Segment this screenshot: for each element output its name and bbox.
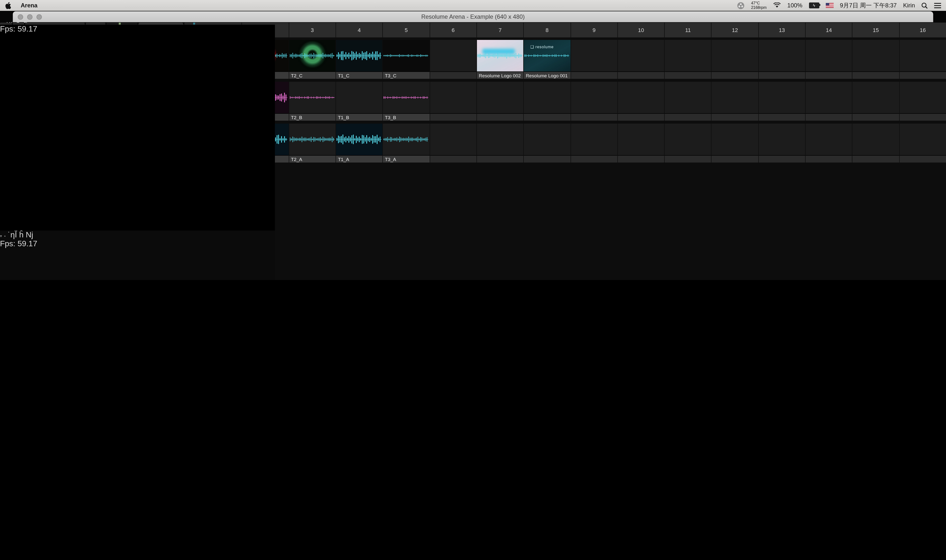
column-header-16[interactable]: 16: [900, 23, 946, 37]
waveform-icon: [383, 90, 430, 105]
wifi-icon[interactable]: [773, 3, 781, 8]
clip-cell[interactable]: [430, 124, 476, 163]
clip-thumbnail-T3_A[interactable]: [383, 124, 430, 155]
clip-cell[interactable]: T2_C: [289, 40, 336, 79]
clip-cell[interactable]: T1_B: [336, 82, 382, 121]
clip-label[interactable]: Resolume Logo 001: [524, 72, 570, 79]
clip-cell[interactable]: [618, 82, 664, 121]
column-header-9[interactable]: 9: [571, 23, 617, 37]
clip-cell[interactable]: ❑ resolumeResolume Logo 001: [524, 40, 570, 79]
clip-cell[interactable]: [900, 82, 946, 121]
clip-cell[interactable]: [524, 124, 570, 163]
column-header-4[interactable]: 4: [336, 23, 382, 37]
clip-label[interactable]: T1_C: [336, 72, 382, 79]
group-tab-audio-visual[interactable]: Audio Visual: [195, 166, 946, 174]
menu-datetime[interactable]: 9月7日 周一 下午8:37: [840, 1, 897, 9]
clip-cell[interactable]: [712, 124, 758, 163]
group-tab-empty[interactable]: empty: [195, 201, 946, 210]
column-header-12[interactable]: 12: [712, 23, 758, 37]
clip-thumbnail-Resolume Logo 002[interactable]: [477, 40, 524, 71]
waveform-icon: [289, 132, 336, 147]
clip-cell[interactable]: [477, 124, 524, 163]
clip-label[interactable]: Resolume Logo 002: [477, 72, 524, 79]
clip-label[interactable]: T3_A: [383, 155, 430, 163]
clip-label[interactable]: T1_B: [336, 114, 382, 121]
column-header-6[interactable]: 6: [430, 23, 476, 37]
clip-label[interactable]: T3_C: [383, 72, 430, 79]
column-header-15[interactable]: 15: [853, 23, 899, 37]
clip-thumbnail-T1_B[interactable]: [336, 82, 382, 113]
clip-thumbnail-T1_A[interactable]: [336, 124, 382, 155]
column-header-5[interactable]: 5: [383, 23, 430, 37]
group-tab-quartz-composer[interactable]: Quartz Composer: [195, 192, 946, 201]
column-header-13[interactable]: 13: [759, 23, 805, 37]
battery-percent: 100%: [787, 2, 803, 9]
menu-username[interactable]: Kirin: [903, 2, 915, 9]
clip-cell[interactable]: [853, 40, 899, 79]
clip-cell[interactable]: [806, 82, 852, 121]
clip-cell[interactable]: [853, 124, 899, 163]
clip-cell[interactable]: [806, 40, 852, 79]
clip-thumbnail-T2_A[interactable]: [289, 124, 336, 155]
clip-cell[interactable]: [618, 124, 664, 163]
clip-cell[interactable]: [759, 124, 805, 163]
column-header-3[interactable]: 3: [289, 23, 336, 37]
clip-cell[interactable]: [430, 82, 476, 121]
clip-cell[interactable]: [618, 40, 664, 79]
group-tab-footage-shop[interactable]: Footage Shop: [195, 174, 946, 183]
clip-thumbnail-T3_B[interactable]: [383, 82, 430, 113]
clip-cell[interactable]: [759, 40, 805, 79]
fan-icon[interactable]: [737, 2, 745, 9]
clip-cell[interactable]: [477, 82, 524, 121]
menu-items: Arena: [5, 2, 112, 9]
clip-cell[interactable]: [430, 40, 476, 79]
clip-label[interactable]: T1_A: [336, 155, 382, 163]
clip-cell[interactable]: [759, 82, 805, 121]
clip-cell[interactable]: [571, 82, 617, 121]
column-header-8[interactable]: 8: [524, 23, 570, 37]
clip-cell[interactable]: T3_C: [383, 40, 430, 79]
column-header-11[interactable]: 11: [665, 23, 711, 37]
clip-thumbnail-T1_C[interactable]: [336, 40, 382, 71]
clip-cell[interactable]: [571, 124, 617, 163]
clip-cell[interactable]: [853, 82, 899, 121]
clip-thumbnail-T2_B[interactable]: [289, 82, 336, 113]
column-header-7[interactable]: 7: [477, 23, 524, 37]
spotlight-search-icon[interactable]: [921, 2, 928, 9]
clip-cell[interactable]: T1_A: [336, 124, 382, 163]
column-header-10[interactable]: 10: [618, 23, 664, 37]
clip-label[interactable]: T3_B: [383, 114, 430, 121]
clip-cell[interactable]: [712, 40, 758, 79]
clip-label[interactable]: T2_C: [289, 72, 336, 79]
clip-cell[interactable]: [524, 82, 570, 121]
clip-cell[interactable]: T3_A: [383, 124, 430, 163]
clip-cell[interactable]: [712, 82, 758, 121]
waveform-icon: [289, 90, 336, 105]
clip-thumbnail-T3_C[interactable]: [383, 40, 430, 71]
clip-thumbnail-Resolume Logo 001[interactable]: ❑ resolume: [524, 40, 570, 71]
composition-monitor-header[interactable]: ▾ ▪ ˙ηĬ ĥ Nj: [0, 231, 275, 239]
menu-status-area: 47°C2168rpm 100% ϟ 9月7日 周一 下午8:37 Kirin: [737, 1, 941, 10]
clip-thumbnail-T2_C[interactable]: [289, 40, 336, 71]
clip-cell[interactable]: [665, 82, 711, 121]
group-tab-flash[interactable]: Flash: [195, 183, 946, 192]
clip-cell[interactable]: [665, 40, 711, 79]
clip-cell[interactable]: T2_B: [289, 82, 336, 121]
clip-label[interactable]: T2_A: [289, 155, 336, 163]
resolume-arena-window: Arena 47°C2168rpm 100% ϟ 9月7日 周一 下午8:37 …: [0, 0, 946, 280]
apple-icon[interactable]: [5, 2, 11, 9]
clip-cell[interactable]: [900, 124, 946, 163]
menu-app-name[interactable]: Arena: [21, 2, 37, 9]
clip-cell[interactable]: [900, 40, 946, 79]
clip-cell[interactable]: [665, 124, 711, 163]
notification-center-icon[interactable]: [934, 3, 941, 8]
clip-label[interactable]: T2_B: [289, 114, 336, 121]
column-header-14[interactable]: 14: [806, 23, 852, 37]
clip-cell[interactable]: [571, 40, 617, 79]
clip-cell[interactable]: T3_B: [383, 82, 430, 121]
input-language-flag-icon[interactable]: [826, 3, 834, 8]
clip-cell[interactable]: T2_A: [289, 124, 336, 163]
clip-cell[interactable]: T1_C: [336, 40, 382, 79]
clip-cell[interactable]: Resolume Logo 002: [477, 40, 524, 79]
clip-cell[interactable]: [806, 124, 852, 163]
